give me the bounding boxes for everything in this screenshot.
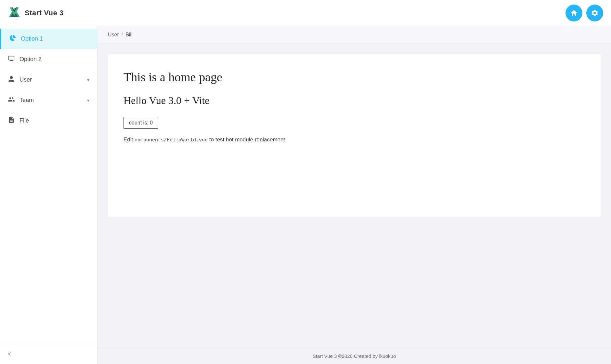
chevron-down-icon: ▾: [87, 77, 89, 83]
breadcrumb-parent: User: [108, 32, 119, 38]
sidebar-item-file-label: File: [20, 117, 29, 124]
count-button[interactable]: count is: 0: [124, 117, 158, 129]
page-heading: This is a home page: [124, 70, 585, 84]
sidebar-collapse-button[interactable]: <: [0, 344, 97, 364]
vue-logo: [8, 6, 21, 20]
edit-hint-suffix: to test hot module replacement.: [208, 136, 287, 143]
person-icon: [8, 75, 15, 84]
breadcrumb-separator: /: [122, 32, 123, 38]
file-icon: [8, 116, 15, 125]
main-content: User / Bill This is a home page Hello Vu…: [98, 26, 611, 364]
sidebar-nav: Option 1 Option 2: [0, 26, 97, 344]
header: Start Vue 3: [0, 0, 611, 26]
home-button[interactable]: [566, 5, 582, 21]
sidebar-item-option2[interactable]: Option 2: [0, 49, 97, 70]
sidebar-item-team-label: Team: [20, 97, 34, 104]
breadcrumb: User / Bill: [98, 26, 611, 44]
footer: Start Vue 3 ©2020 Created by ikuokuo: [98, 348, 611, 364]
app-title: Start Vue 3: [25, 9, 64, 17]
page-subheading: Hello Vue 3.0 + Vite: [124, 95, 585, 107]
app-container: Start Vue 3: [0, 0, 611, 364]
settings-button[interactable]: [586, 5, 603, 21]
sidebar-item-option1[interactable]: Option 1: [0, 29, 97, 49]
sidebar-item-file[interactable]: File: [0, 110, 97, 131]
sidebar-item-team[interactable]: Team ▾: [0, 90, 97, 110]
sidebar-item-user[interactable]: User ▾: [0, 70, 97, 90]
sidebar-item-option1-label: Option 1: [21, 35, 43, 42]
page-area: This is a home page Hello Vue 3.0 + Vite…: [98, 44, 611, 348]
chart-pie-icon: [9, 34, 16, 43]
people-icon: [8, 96, 15, 105]
home-icon: [570, 9, 578, 17]
body-container: Option 1 Option 2: [0, 26, 611, 364]
header-right: [566, 5, 603, 21]
edit-hint: Edit components/HelloWorld.vue to test h…: [124, 135, 585, 144]
sidebar-item-option2-label: Option 2: [20, 56, 42, 63]
monitor-icon: [8, 55, 15, 64]
edit-hint-prefix: Edit: [124, 136, 135, 143]
header-left: Start Vue 3: [8, 6, 64, 20]
edit-hint-code: components/HelloWorld.vue: [135, 137, 208, 143]
breadcrumb-current: Bill: [125, 32, 132, 38]
collapse-icon: <: [8, 351, 11, 358]
sidebar: Option 1 Option 2: [0, 26, 98, 364]
content-card: This is a home page Hello Vue 3.0 + Vite…: [108, 54, 601, 217]
footer-text: Start Vue 3 ©2020 Created by ikuokuo: [313, 353, 396, 359]
chevron-down-icon-team: ▾: [87, 98, 89, 103]
gear-icon: [591, 9, 599, 17]
sidebar-item-user-label: User: [20, 76, 32, 83]
